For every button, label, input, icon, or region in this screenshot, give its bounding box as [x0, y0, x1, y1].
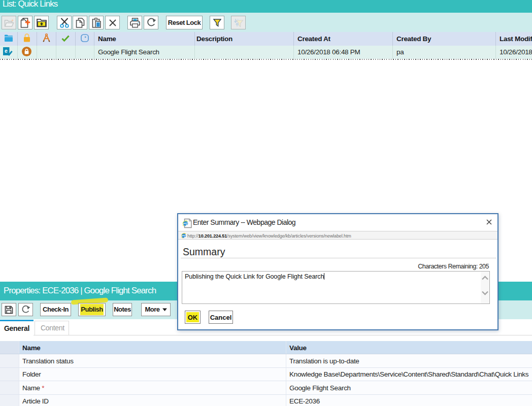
- svg-text:e: e: [5, 48, 8, 54]
